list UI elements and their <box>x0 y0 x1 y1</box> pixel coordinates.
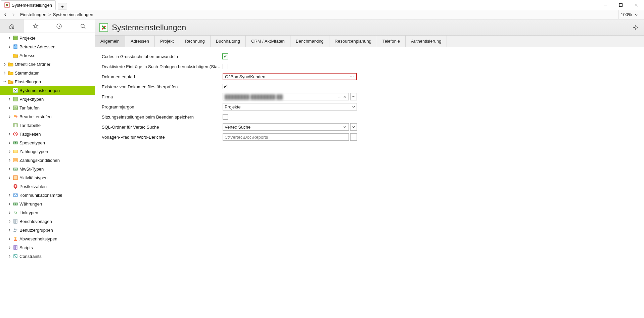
tree-item-spesentypen[interactable]: Spesentypen <box>0 138 95 147</box>
sql-dropdown-button[interactable] <box>350 123 357 131</box>
tab-benchmarking[interactable]: Benchmarking <box>290 36 329 47</box>
tree-twisty-icon[interactable] <box>7 237 11 241</box>
tree-item-postleitzahlen[interactable]: Postleitzahlen <box>0 182 95 191</box>
tree-twisty-icon[interactable] <box>7 219 11 223</box>
tree-item-linktypen[interactable]: Linktypen <box>0 208 95 217</box>
sidebar-history-button[interactable] <box>47 19 71 33</box>
tree-twisty-icon[interactable] <box>7 211 11 215</box>
tree-twisty-icon[interactable] <box>7 228 11 232</box>
tree-twisty-icon[interactable] <box>7 132 11 136</box>
zoom-dropdown-button[interactable] <box>635 13 641 16</box>
nav-back-button[interactable] <box>1 11 9 19</box>
tree-twisty-icon[interactable] <box>7 115 11 119</box>
tree-item-zahlungskonditionen[interactable]: Zahlungskonditionen <box>0 156 95 165</box>
svg-text:%: % <box>14 168 16 170</box>
deactivated-checkbox[interactable] <box>223 64 228 69</box>
jargon-select[interactable]: Projekte <box>223 103 357 110</box>
tree-item-adresse[interactable]: Adresse <box>0 51 95 60</box>
tree-item-systemeinstellungen[interactable]: Systemeinstellungen <box>0 86 95 95</box>
tree-twisty-icon[interactable] <box>7 36 11 40</box>
tree-item-label: Constraints <box>19 254 42 259</box>
tree-item-constraints[interactable]: Constraints <box>0 252 95 261</box>
tree-item--ffentliche-ordner[interactable]: Öffentliche Ordner <box>0 60 95 69</box>
tree-twisty-icon[interactable] <box>7 167 11 171</box>
codes-upper-checkbox[interactable] <box>223 54 228 59</box>
tree-item-bearbeiterstufen[interactable]: Bearbeiterstufen <box>0 112 95 121</box>
ellipsis-icon[interactable]: ⋯ <box>349 74 355 79</box>
tab-allgemein[interactable]: Allgemein <box>95 36 125 47</box>
tree-twisty-icon[interactable] <box>7 158 11 162</box>
tree-twisty-icon[interactable] <box>3 80 7 84</box>
tree-twisty-icon[interactable] <box>7 149 11 153</box>
tree-item-zahlungstypen[interactable]: Zahlungstypen <box>0 147 95 156</box>
main: Systemeinstellungen AllgemeinAdressenPro… <box>95 19 644 318</box>
maximize-button[interactable] <box>613 0 629 10</box>
tree-item-t-tigkeiten[interactable]: Tätigkeiten <box>0 130 95 138</box>
firma-browse-button[interactable]: ⋯ <box>350 93 357 100</box>
firma-value: ████████ ████████ ██ <box>225 94 336 99</box>
close-button[interactable] <box>629 0 644 10</box>
tab-authentisierung[interactable]: Authentisierung <box>406 36 447 47</box>
tree-item-betreute-adressen[interactable]: Betreute Adressen <box>0 42 95 51</box>
tree-item-benutzergruppen[interactable]: Benutzergruppen <box>0 226 95 234</box>
nav-forward-button[interactable] <box>9 11 17 19</box>
tree-item-tarifstufen[interactable]: Tarifstufen <box>0 103 95 112</box>
tree-item-aktivit-tstypen[interactable]: Aktivitätstypen <box>0 173 95 182</box>
tree-item-einstellungen[interactable]: Einstellungen <box>0 77 95 86</box>
tab-projekt[interactable]: Projekt <box>155 36 179 47</box>
tree-item-mwst-typen[interactable]: %MwSt-Typen <box>0 165 95 173</box>
tab-telefonie[interactable]: Telefonie <box>377 36 406 47</box>
tree-twisty-icon[interactable] <box>7 45 11 49</box>
session-checkbox[interactable] <box>223 114 228 120</box>
tree-item-projekte[interactable]: Projekte <box>0 34 95 42</box>
tree-twisty-icon[interactable] <box>7 141 11 145</box>
tree-twisty-icon[interactable] <box>7 106 11 110</box>
tree-twisty-icon[interactable] <box>7 202 11 206</box>
tab-buchhaltung[interactable]: Buchhaltung <box>211 36 246 47</box>
goto-icon[interactable]: → <box>336 94 342 99</box>
browser-tab[interactable]: Systemeinstellungen <box>1 0 56 10</box>
tree-item-abwesenheitstypen[interactable]: Abwesenheitstypen <box>0 234 95 243</box>
tplpath-browse-button[interactable]: ⋯ <box>350 133 357 141</box>
sidebar-search-button[interactable] <box>71 19 95 33</box>
tree-twisty-icon[interactable] <box>7 97 11 101</box>
sidebar-home-button[interactable] <box>0 19 24 33</box>
tab-adressen[interactable]: Adressen <box>125 36 155 47</box>
breadcrumb-item[interactable]: Systemeinstellungen <box>53 12 93 17</box>
session-label: Sitzungseinstellungen beim Beenden speic… <box>102 115 223 120</box>
tree-item-berichtsvorlagen[interactable]: Berichtsvorlagen <box>0 217 95 226</box>
tools-icon <box>4 2 10 8</box>
sidebar-favorites-button[interactable] <box>24 19 48 33</box>
tree-item-kommunikationsmittel[interactable]: Kommunikationsmittel <box>0 191 95 199</box>
breadcrumb-item[interactable]: Einstellungen <box>20 12 46 17</box>
tree-item-stammdaten[interactable]: Stammdaten <box>0 69 95 77</box>
tree-item-tariftabelle[interactable]: Tariftabelle <box>0 121 95 130</box>
clear-icon[interactable]: × <box>342 125 347 130</box>
minimize-button[interactable] <box>598 0 613 10</box>
settings-folder-icon <box>8 79 13 84</box>
tree-twisty-icon[interactable] <box>3 62 7 66</box>
folder-icon <box>8 61 13 67</box>
firma-input[interactable]: ████████ ████████ ██ → × <box>223 93 349 100</box>
settings-gear-button[interactable] <box>631 23 640 32</box>
tree-item-label: Abwesenheitstypen <box>19 236 57 241</box>
clear-icon[interactable]: × <box>342 94 347 99</box>
tree-twisty-icon[interactable] <box>7 245 11 249</box>
docpath-input[interactable]: C:\Box Sync\Kunden ⋯ <box>223 73 357 80</box>
tab-resourcenplanung[interactable]: Resourcenplanung <box>329 36 377 47</box>
tab-rechnung[interactable]: Rechnung <box>179 36 210 47</box>
svg-point-30 <box>16 229 17 231</box>
sql-input[interactable]: Vertec Suche × <box>223 123 349 131</box>
tree-twisty-icon[interactable] <box>7 193 11 197</box>
tree-item-scripts[interactable]: Scripts <box>0 243 95 252</box>
tree-item-projekttypen[interactable]: Projekttypen <box>0 95 95 103</box>
tree-item-w-hrungen[interactable]: $Währungen <box>0 199 95 208</box>
tree-twisty-icon[interactable] <box>7 176 11 180</box>
tree-twisty-icon[interactable] <box>7 254 11 258</box>
docexist-checkbox[interactable] <box>223 84 228 89</box>
new-tab-button[interactable]: + <box>58 3 67 10</box>
tree-item-label: Bearbeiterstufen <box>19 114 51 119</box>
tab-crm-aktivit-ten[interactable]: CRM / Aktivitäten <box>246 36 290 47</box>
tree-twisty-icon[interactable] <box>3 71 7 75</box>
tplpath-input[interactable]: C:\Vertec\Doc\Reports <box>223 133 349 141</box>
